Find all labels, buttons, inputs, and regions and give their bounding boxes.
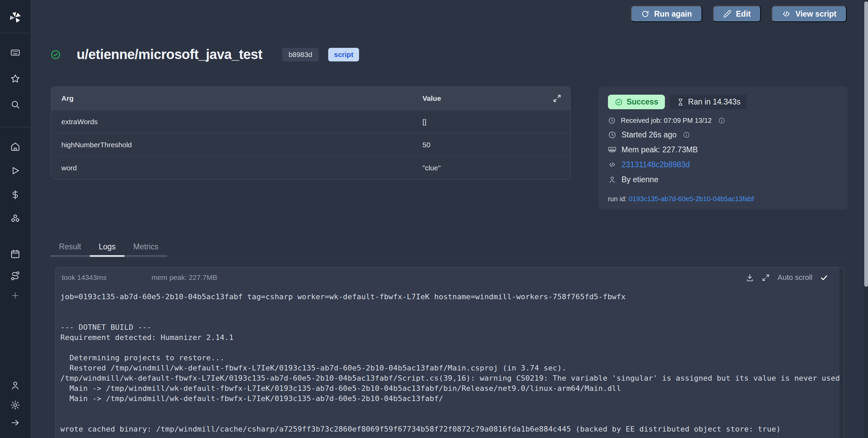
table-row[interactable]: word "clue"	[51, 156, 570, 179]
action-buttons: Run again Edit View script	[631, 6, 847, 22]
job-run-page: Run again Edit View script u/etienne/mic…	[0, 0, 868, 438]
mem-peak-label: Mem peak: 227.73MB	[622, 145, 698, 154]
routes-icon[interactable]	[10, 271, 21, 281]
success-badge: Success	[608, 95, 665, 109]
run-again-button[interactable]: Run again	[631, 6, 702, 22]
args-table: Arg Value extraWords [] highNumberThresh…	[51, 87, 571, 179]
log-took: took 14343ms	[62, 273, 106, 282]
view-script-button[interactable]: View script	[772, 6, 847, 22]
mem-peak-row: Mem peak: 227.73MB	[608, 145, 838, 154]
download-logs-icon[interactable]	[746, 273, 754, 282]
status-panel: Success Ran in 14.343s Received job: 07:…	[598, 87, 848, 209]
log-panel: took 14343ms mem peak: 227.7MB Auto scro…	[55, 267, 844, 438]
home-icon[interactable]	[10, 141, 21, 152]
hash-badge: b8983d	[282, 48, 319, 61]
expand-logs-icon[interactable]	[762, 273, 770, 282]
settings-gear-icon[interactable]	[10, 400, 21, 411]
memory-icon	[608, 146, 616, 154]
by-user-label: By etienne	[622, 175, 658, 184]
windmill-logo-icon[interactable]	[8, 11, 22, 24]
edit-button[interactable]: Edit	[713, 6, 761, 22]
run-id-label: run id:	[608, 195, 627, 203]
search-icon[interactable]	[10, 99, 21, 110]
view-script-label: View script	[795, 9, 836, 19]
started-row: Started 26s ago	[608, 130, 838, 139]
page-title: u/etienne/microsoft_java_test	[77, 47, 262, 62]
table-row[interactable]: extraWords []	[51, 110, 570, 133]
sidebar	[0, 0, 31, 438]
log-mem-peak: mem peak: 227.7MB	[152, 273, 217, 282]
code-icon	[782, 9, 791, 18]
log-header: took 14343ms mem peak: 227.7MB Auto scro…	[56, 267, 844, 286]
arg-value: 50	[422, 141, 570, 149]
star-favorites-icon[interactable]	[10, 74, 21, 84]
received-row: Received job: 07:09 PM 13/12	[608, 117, 838, 125]
success-label: Success	[627, 97, 658, 107]
page-scrollbar[interactable]	[864, 0, 868, 438]
title-row: u/etienne/microsoft_java_test b8983d scr…	[50, 47, 359, 62]
tab-result[interactable]: Result	[50, 240, 90, 257]
run-again-label: Run again	[654, 9, 692, 19]
script-hash-row: 23131148c2b8983d	[608, 160, 838, 169]
by-user-row: By etienne	[608, 175, 838, 184]
arg-value: "clue"	[422, 164, 570, 172]
expand-args-icon[interactable]	[553, 94, 561, 103]
tabs-divider	[50, 257, 848, 258]
code-icon	[608, 160, 616, 169]
result-tabs: Result Logs Metrics	[50, 240, 167, 257]
hourglass-icon	[676, 98, 685, 106]
tab-logs[interactable]: Logs	[90, 240, 124, 257]
clock-icon	[608, 117, 616, 125]
args-col-value: Value	[422, 94, 570, 102]
edit-label: Edit	[736, 9, 751, 19]
table-row[interactable]: highNumberThreshold 50	[51, 133, 570, 156]
tab-metrics[interactable]: Metrics	[124, 240, 167, 257]
variables-dollar-icon[interactable]	[10, 190, 21, 200]
info-icon[interactable]	[683, 131, 690, 138]
check-circle-icon	[615, 98, 623, 106]
info-icon[interactable]	[718, 117, 725, 124]
run-id-link[interactable]: 0193c135-ab7d-60e5-2b10-04b5ac13fabf	[629, 195, 754, 203]
user-icon[interactable]	[10, 380, 21, 391]
script-hash-link[interactable]: 23131148c2b8983d	[622, 160, 690, 169]
ran-in-chip: Ran in 14.343s	[670, 95, 747, 109]
arg-value: []	[422, 118, 570, 126]
arg-name: extraWords	[51, 118, 422, 126]
sidebar-divider	[0, 33, 31, 33]
success-check-icon	[50, 49, 61, 60]
clock-icon	[608, 131, 616, 139]
runs-play-icon[interactable]	[10, 166, 21, 176]
page-scrollbar-thumb[interactable]	[864, 1, 868, 287]
sidebar-divider	[0, 127, 31, 127]
arg-name: word	[51, 164, 422, 172]
arg-name: highNumberThreshold	[51, 141, 422, 149]
schedules-calendar-icon[interactable]	[10, 249, 21, 260]
app-window-icon[interactable]	[10, 47, 21, 58]
pencil-icon	[723, 10, 731, 18]
started-label: Started 26s ago	[622, 130, 676, 139]
resources-boxes-icon[interactable]	[10, 214, 21, 224]
refresh-icon	[641, 10, 649, 18]
user-icon	[608, 175, 616, 184]
auto-scroll-checkbox[interactable]	[820, 273, 828, 282]
status-top-row: Success Ran in 14.343s	[608, 95, 838, 109]
add-plus-icon[interactable]	[11, 291, 20, 300]
received-label: Received job: 07:09 PM 13/12	[621, 117, 712, 125]
log-text[interactable]: job=0193c135-ab7d-60e5-2b10-04b5ac13fabf…	[56, 286, 840, 438]
ran-in-label: Ran in 14.343s	[688, 97, 741, 107]
log-controls: Auto scroll	[746, 273, 828, 282]
args-table-header: Arg Value	[51, 87, 570, 110]
log-scrollbar[interactable]	[840, 268, 844, 438]
expand-arrow-icon[interactable]	[10, 418, 21, 428]
script-kind-badge[interactable]: script	[328, 48, 359, 61]
run-id-row: run id: 0193c135-ab7d-60e5-2b10-04b5ac13…	[608, 195, 838, 203]
auto-scroll-label: Auto scroll	[777, 273, 812, 282]
args-col-arg: Arg	[51, 94, 422, 102]
